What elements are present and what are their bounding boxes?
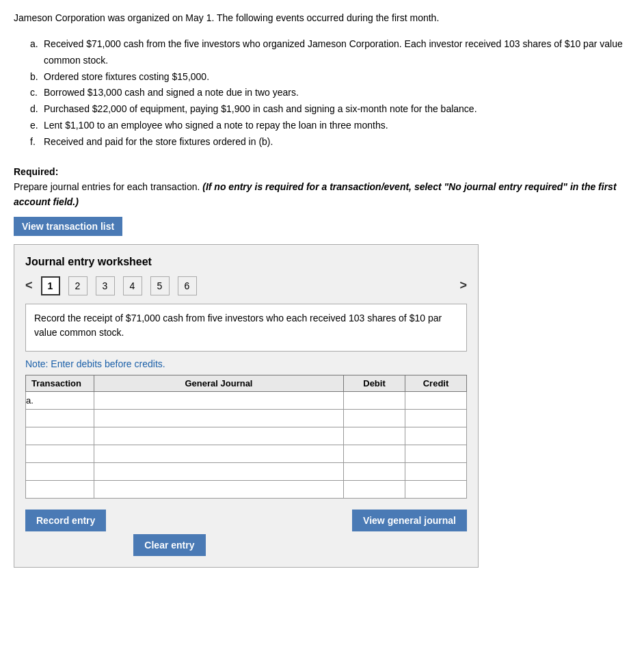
required-instruction-normal: Prepare journal entries for each transac… <box>14 181 202 192</box>
debit-cell-3[interactable] <box>344 427 405 445</box>
journal-input-6[interactable] <box>94 481 343 498</box>
tab-6[interactable]: 6 <box>178 276 197 295</box>
table-row <box>26 445 467 462</box>
transaction-cell-3 <box>26 427 94 445</box>
debit-input-3[interactable] <box>344 427 405 445</box>
record-entry-button[interactable]: Record entry <box>25 510 106 531</box>
list-item: c. Borrowed $13,000 cash and signed a no… <box>30 85 630 101</box>
credit-cell-1[interactable] <box>405 391 467 409</box>
credit-input-6[interactable] <box>405 481 466 498</box>
list-item: b. Ordered store fixtures costing $15,00… <box>30 69 630 85</box>
table-row <box>26 427 467 445</box>
col-header-credit: Credit <box>405 375 467 391</box>
credit-input-5[interactable] <box>405 463 466 480</box>
event-text-e: Lent $1,100 to an employee who signed a … <box>44 118 388 134</box>
debit-cell-6[interactable] <box>344 480 405 498</box>
event-label-e: e. <box>30 118 41 134</box>
debit-cell-4[interactable] <box>344 445 405 462</box>
transaction-cell-2 <box>26 409 94 427</box>
transaction-cell-4 <box>26 445 94 462</box>
event-label-f: f. <box>30 134 41 150</box>
view-transaction-button[interactable]: View transaction list <box>14 217 122 236</box>
journal-cell-3[interactable] <box>94 427 344 445</box>
nav-tabs: < 1 2 3 4 5 6 > <box>25 276 467 295</box>
table-row <box>26 480 467 498</box>
credit-input-3[interactable] <box>405 427 466 445</box>
credit-cell-5[interactable] <box>405 462 467 480</box>
credit-input-2[interactable] <box>405 410 466 427</box>
col-header-transaction: Transaction <box>26 375 94 391</box>
list-item: e. Lent $1,100 to an employee who signed… <box>30 118 630 134</box>
debit-input-4[interactable] <box>344 445 405 462</box>
journal-cell-1[interactable] <box>94 391 344 409</box>
table-row <box>26 462 467 480</box>
debit-cell-2[interactable] <box>344 409 405 427</box>
event-text-c: Borrowed $13,000 cash and signed a note … <box>44 85 299 101</box>
col-header-journal: General Journal <box>94 375 344 391</box>
worksheet-container: Journal entry worksheet < 1 2 3 4 5 6 > … <box>14 244 479 568</box>
debit-input-1[interactable] <box>344 392 405 409</box>
journal-input-3[interactable] <box>94 427 343 445</box>
event-label-b: b. <box>30 69 41 85</box>
credit-cell-6[interactable] <box>405 480 467 498</box>
description-box: Record the receipt of $71,000 cash from … <box>25 304 467 352</box>
worksheet-title: Journal entry worksheet <box>25 256 467 268</box>
journal-cell-6[interactable] <box>94 480 344 498</box>
tab-1[interactable]: 1 <box>41 276 60 295</box>
events-list: a. Received $71,000 cash from the five i… <box>30 36 630 150</box>
table-row <box>26 409 467 427</box>
clear-entry-button[interactable]: Clear entry <box>133 534 205 556</box>
event-text-d: Purchased $22,000 of equipment, paying $… <box>44 101 477 118</box>
event-text-f: Received and paid for the store fixtures… <box>44 134 273 150</box>
left-buttons: Record entry <box>25 510 106 531</box>
debit-input-5[interactable] <box>344 463 405 480</box>
prev-arrow-button[interactable]: < <box>25 278 33 293</box>
required-heading: Required: <box>14 166 58 177</box>
journal-input-1[interactable] <box>94 392 343 409</box>
credit-cell-3[interactable] <box>405 427 467 445</box>
buttons-row: Record entry Clear entry View general jo… <box>25 510 467 556</box>
col-header-debit: Debit <box>344 375 405 391</box>
journal-input-4[interactable] <box>94 445 343 462</box>
journal-input-5[interactable] <box>94 463 343 480</box>
credit-input-4[interactable] <box>405 445 466 462</box>
transaction-cell-6 <box>26 480 94 498</box>
required-section: Required: Prepare journal entries for ea… <box>14 164 630 210</box>
next-arrow-button[interactable]: > <box>459 278 467 293</box>
transaction-cell-1: a. <box>26 391 94 409</box>
tab-5[interactable]: 5 <box>150 276 170 295</box>
tab-3[interactable]: 3 <box>96 276 115 295</box>
event-text-b: Ordered store fixtures costing $15,000. <box>44 69 209 85</box>
debit-cell-1[interactable] <box>344 391 405 409</box>
credit-input-1[interactable] <box>405 392 466 409</box>
event-label-c: c. <box>30 85 41 101</box>
tab-2[interactable]: 2 <box>68 276 88 295</box>
credit-cell-4[interactable] <box>405 445 467 462</box>
list-item: a. Received $71,000 cash from the five i… <box>30 36 630 69</box>
debit-cell-5[interactable] <box>344 462 405 480</box>
journal-cell-5[interactable] <box>94 462 344 480</box>
journal-table: Transaction General Journal Debit Credit… <box>25 375 467 499</box>
center-buttons: Clear entry <box>106 510 352 556</box>
right-buttons: View general journal <box>352 510 467 531</box>
event-label-d: d. <box>30 101 41 118</box>
tab-4[interactable]: 4 <box>123 276 142 295</box>
list-item: f. Received and paid for the store fixtu… <box>30 134 630 150</box>
note-text: Note: Enter debits before credits. <box>25 358 467 369</box>
intro-text: Jameson Corporation was organized on May… <box>14 11 630 25</box>
event-label-a: a. <box>30 36 41 69</box>
view-general-journal-button[interactable]: View general journal <box>352 510 467 531</box>
credit-cell-2[interactable] <box>405 409 467 427</box>
list-item: d. Purchased $22,000 of equipment, payin… <box>30 101 630 118</box>
debit-input-2[interactable] <box>344 410 405 427</box>
event-text-a: Received $71,000 cash from the five inve… <box>44 36 630 69</box>
table-row: a. <box>26 391 467 409</box>
debit-input-6[interactable] <box>344 481 405 498</box>
transaction-cell-5 <box>26 462 94 480</box>
journal-cell-4[interactable] <box>94 445 344 462</box>
journal-cell-2[interactable] <box>94 409 344 427</box>
journal-input-2[interactable] <box>94 410 343 427</box>
